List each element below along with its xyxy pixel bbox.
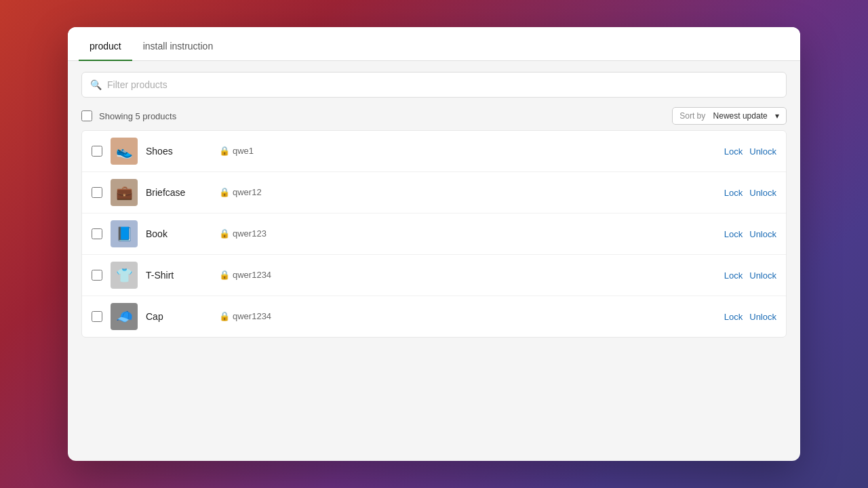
row-actions: Lock Unlock [724, 312, 776, 322]
lock-button[interactable]: Lock [724, 229, 743, 239]
lock-status-icon: 🔒 [219, 146, 230, 156]
product-name: Cap [146, 311, 214, 322]
lock-button[interactable]: Lock [724, 188, 743, 198]
row-checkbox[interactable] [92, 311, 102, 322]
sort-by-label: Sort by [679, 111, 705, 121]
row-actions: Lock Unlock [724, 188, 776, 198]
toolbar-left: Showing 5 products [81, 110, 176, 121]
sort-chevron-icon: ▾ [775, 111, 779, 121]
table-row: 📘 Book 🔒 qwer123 Lock Unlock [82, 214, 786, 255]
toolbar: Showing 5 products Sort by Newest update… [81, 107, 787, 125]
lock-button[interactable]: Lock [724, 146, 743, 157]
unlock-button[interactable]: Unlock [749, 312, 776, 322]
product-thumbnail: 📘 [111, 220, 138, 247]
product-list: 👟 Shoes 🔒 qwe1 Lock Unlock 💼 Briefcase [81, 130, 787, 338]
tab-install-instruction[interactable]: install instruction [132, 33, 224, 61]
unlock-button[interactable]: Unlock [749, 188, 776, 198]
product-thumbnail: 🧢 [111, 303, 138, 330]
content-area: 🔍 Showing 5 products Sort by Newest upda… [68, 61, 800, 461]
lock-code-group: 🔒 qwer12 [219, 187, 262, 197]
row-checkbox[interactable] [92, 187, 102, 198]
row-checkbox[interactable] [92, 146, 102, 157]
row-actions: Lock Unlock [724, 146, 776, 157]
product-code: qwer12 [233, 187, 262, 197]
row-actions: Lock Unlock [724, 229, 776, 239]
select-all-checkbox[interactable] [81, 110, 92, 121]
row-actions: Lock Unlock [724, 270, 776, 281]
unlock-button[interactable]: Unlock [749, 270, 776, 281]
row-checkbox[interactable] [92, 270, 102, 281]
product-name: T-Shirt [146, 270, 214, 281]
product-info: Shoes 🔒 qwe1 [146, 146, 716, 157]
main-window: product install instruction 🔍 Showing 5 … [68, 27, 800, 461]
unlock-button[interactable]: Unlock [749, 229, 776, 239]
lock-code-group: 🔒 qwer123 [219, 228, 267, 239]
tab-product[interactable]: product [79, 33, 132, 61]
table-row: 🧢 Cap 🔒 qwer1234 Lock Unlock [82, 296, 786, 337]
product-thumbnail: 👕 [111, 262, 138, 289]
product-code: qwer1234 [233, 270, 271, 280]
product-code: qwer123 [233, 228, 267, 239]
product-thumbnail: 👟 [111, 138, 138, 165]
product-code: qwer1234 [233, 311, 271, 321]
lock-status-icon: 🔒 [219, 311, 230, 321]
product-info: Cap 🔒 qwer1234 [146, 311, 716, 322]
sort-value: Newest update [713, 111, 768, 121]
lock-code-group: 🔒 qwer1234 [219, 311, 271, 321]
sort-button[interactable]: Sort by Newest update ▾ [672, 107, 787, 125]
showing-label: Showing 5 products [99, 111, 176, 121]
search-icon: 🔍 [90, 79, 102, 90]
product-info: Briefcase 🔒 qwer12 [146, 187, 716, 198]
table-row: 👟 Shoes 🔒 qwe1 Lock Unlock [82, 131, 786, 172]
product-info: Book 🔒 qwer123 [146, 228, 716, 239]
product-name: Shoes [146, 146, 214, 157]
lock-button[interactable]: Lock [724, 270, 743, 281]
product-name: Briefcase [146, 187, 214, 198]
unlock-button[interactable]: Unlock [749, 146, 776, 157]
table-row: 👕 T-Shirt 🔒 qwer1234 Lock Unlock [82, 255, 786, 296]
search-input[interactable] [107, 79, 778, 90]
lock-status-icon: 🔒 [219, 270, 230, 280]
table-row: 💼 Briefcase 🔒 qwer12 Lock Unlock [82, 172, 786, 214]
row-checkbox[interactable] [92, 228, 102, 239]
lock-status-icon: 🔒 [219, 228, 230, 239]
product-thumbnail: 💼 [111, 179, 138, 206]
lock-button[interactable]: Lock [724, 312, 743, 322]
lock-code-group: 🔒 qwer1234 [219, 270, 271, 280]
lock-status-icon: 🔒 [219, 187, 230, 197]
lock-code-group: 🔒 qwe1 [219, 146, 254, 156]
search-bar: 🔍 [81, 72, 787, 98]
product-code: qwe1 [233, 146, 254, 156]
product-info: T-Shirt 🔒 qwer1234 [146, 270, 716, 281]
product-name: Book [146, 228, 214, 239]
tab-bar: product install instruction [68, 27, 800, 61]
